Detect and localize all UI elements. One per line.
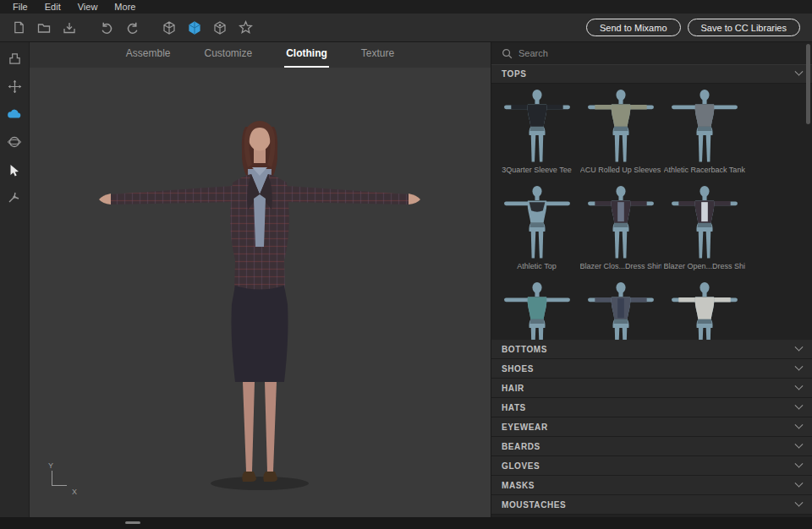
clothing-item-label: Athletic Top: [497, 262, 578, 270]
chevron-down-icon: [795, 420, 804, 428]
clothing-thumbnail: [666, 280, 743, 340]
chevron-down-icon: [795, 439, 804, 448]
clothing-item-label: Blazer Clos...Dress Shirt: [580, 262, 661, 270]
3d-canvas[interactable]: Y X: [30, 68, 491, 517]
mode-tabbar: Assemble Customize Clothing Texture: [30, 42, 491, 68]
section-label: SHOES: [502, 364, 534, 374]
menu-more[interactable]: More: [107, 2, 143, 12]
section-label: BEARDS: [502, 442, 540, 451]
axis-x-label: X: [72, 488, 77, 496]
axis-y-line: [52, 471, 52, 485]
section-header-moustaches[interactable]: MOUSTACHES: [491, 495, 812, 515]
section-label: TOPS: [502, 69, 526, 79]
assemble-cube-icon[interactable]: [159, 18, 179, 38]
clothing-thumbnail: [666, 183, 743, 261]
clothing-thumbnail: [498, 87, 576, 165]
clothing-thumbnail: [582, 280, 660, 340]
search-input[interactable]: [518, 48, 738, 58]
clothing-item-label: ACU Rolled Up Sleeves: [580, 166, 661, 174]
favorites-star-icon[interactable]: [235, 18, 255, 38]
section-header-beards[interactable]: BEARDS: [491, 437, 812, 456]
section-header-eyewear[interactable]: EYEWEAR: [491, 417, 812, 437]
pose-tool-icon[interactable]: [5, 188, 24, 207]
status-bar: [0, 517, 812, 529]
new-document-icon[interactable]: [8, 18, 29, 38]
toolbar: Send to Mixamo Save to CC Libraries: [0, 14, 812, 42]
status-handle[interactable]: [125, 521, 140, 524]
orbit-tool-icon[interactable]: [5, 133, 24, 151]
redo-icon[interactable]: [122, 18, 142, 38]
clothing-item[interactable]: Athletic Racerback Tank: [662, 87, 746, 177]
viewport: Assemble Customize Clothing Texture: [30, 42, 491, 517]
clothing-thumbnail: [666, 87, 743, 165]
menu-view[interactable]: View: [70, 2, 106, 12]
search-icon: [502, 48, 513, 59]
tab-assemble[interactable]: Assemble: [124, 42, 173, 68]
save-to-cc-libraries-button[interactable]: Save to CC Libraries: [688, 19, 801, 36]
clothing-cube-icon-active[interactable]: [184, 18, 205, 38]
clothing-item[interactable]: Athletic Top: [495, 183, 579, 273]
section-header-hair[interactable]: HAIR: [491, 379, 812, 398]
open-folder-icon[interactable]: [34, 18, 54, 38]
axis-x-line: [52, 485, 67, 486]
clothing-thumbnail: [582, 87, 660, 165]
clothing-library-panel: TOPS 3Quarter Sleeve Tee ACU Rolled Up S…: [491, 42, 812, 517]
clothing-item-label: Blazer Open...Dress Shirt: [664, 262, 745, 270]
section-header-tops[interactable]: TOPS: [491, 65, 812, 84]
section-header-shoes[interactable]: SHOES: [491, 359, 812, 379]
section-header-hats[interactable]: HATS: [491, 398, 812, 417]
menu-edit[interactable]: Edit: [37, 2, 69, 12]
clothing-item[interactable]: [579, 280, 662, 340]
texture-cube-icon[interactable]: [210, 18, 230, 38]
menu-file[interactable]: File: [5, 2, 36, 12]
clothing-item[interactable]: 3Quarter Sleeve Tee: [495, 87, 579, 177]
send-to-mixamo-button[interactable]: Send to Mixamo: [586, 19, 680, 36]
tops-item-grid: 3Quarter Sleeve Tee ACU Rolled Up Sleeve…: [491, 84, 812, 340]
menu-bar: File Edit View More: [0, 0, 812, 14]
search-bar: [491, 42, 812, 65]
tab-clothing[interactable]: Clothing: [284, 42, 329, 68]
chevron-down-icon: [795, 459, 804, 467]
clothing-thumbnail: [498, 280, 576, 340]
section-label: GLOVES: [502, 461, 540, 471]
section-label: MOUSTACHES: [502, 500, 566, 510]
tab-texture[interactable]: Texture: [359, 42, 396, 68]
panel-scrollbar[interactable]: [806, 44, 810, 515]
section-label: HAIR: [502, 384, 524, 393]
section-label: MASKS: [502, 481, 535, 490]
clothing-thumbnail: [582, 183, 660, 261]
cloud-sync-icon[interactable]: [5, 105, 24, 123]
tab-customize[interactable]: Customize: [202, 42, 254, 68]
tool-sidebar: [0, 42, 30, 517]
section-label: EYEWEAR: [502, 423, 548, 432]
section-label: BOTTOMS: [502, 345, 547, 354]
clothing-item[interactable]: ACU Rolled Up Sleeves: [579, 87, 662, 177]
chevron-down-icon: [795, 478, 804, 487]
axis-y-label: Y: [48, 461, 53, 470]
chevron-down-icon: [795, 342, 804, 351]
clothing-item[interactable]: [495, 280, 579, 340]
clothing-item-label: 3Quarter Sleeve Tee: [497, 166, 578, 174]
section-header-masks[interactable]: MASKS: [491, 476, 812, 495]
chevron-down-icon: [795, 498, 804, 506]
axis-gizmo: Y X: [50, 465, 79, 494]
section-header-bottoms[interactable]: BOTTOMS: [491, 340, 812, 359]
clothing-item-label: Athletic Racerback Tank: [664, 166, 745, 174]
move-tool-icon[interactable]: [5, 77, 24, 95]
scrollbar-thumb[interactable]: [806, 44, 810, 124]
select-cursor-icon[interactable]: [5, 161, 24, 179]
clothing-item[interactable]: Blazer Clos...Dress Shirt: [579, 183, 662, 273]
clothing-thumbnail: [498, 183, 576, 261]
save-icon[interactable]: [59, 18, 80, 38]
section-header-gloves[interactable]: GLOVES: [491, 456, 812, 476]
chevron-down-icon: [795, 68, 804, 76]
character-model[interactable]: [30, 68, 491, 517]
chevron-down-icon: [795, 381, 804, 390]
clothing-item[interactable]: [662, 280, 746, 340]
stamp-tool-icon[interactable]: [5, 49, 24, 68]
chevron-down-icon: [795, 362, 804, 370]
undo-icon[interactable]: [96, 18, 117, 38]
section-label: HATS: [502, 403, 526, 412]
chevron-down-icon: [795, 401, 804, 409]
clothing-item[interactable]: Blazer Open...Dress Shirt: [662, 183, 746, 273]
